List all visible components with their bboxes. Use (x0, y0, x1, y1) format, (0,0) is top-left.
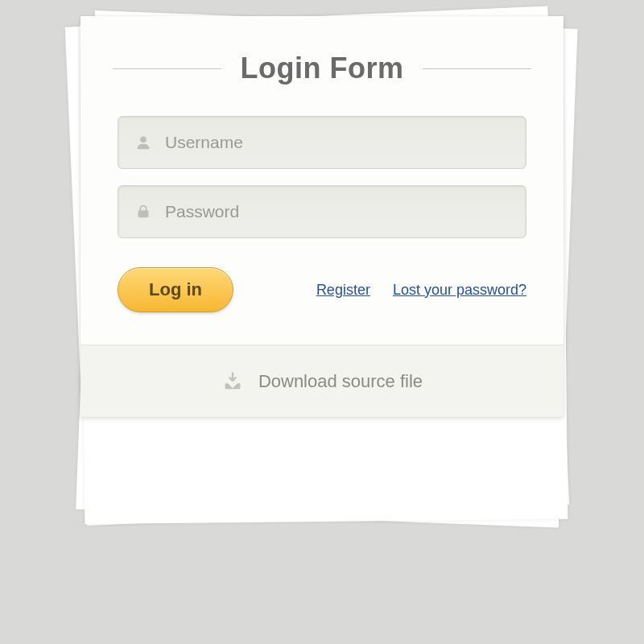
lost-password-link[interactable]: Lost your password? (393, 282, 526, 299)
panel-footer[interactable]: Download source file (80, 345, 564, 417)
username-field[interactable] (118, 116, 526, 169)
download-icon (221, 370, 244, 393)
password-input[interactable] (165, 202, 510, 221)
form-title: Login Form (241, 52, 404, 85)
svg-rect-1 (138, 210, 149, 217)
panel-body: Log in Register Lost your password? (80, 101, 564, 345)
actions-row: Log in Register Lost your password? (118, 267, 526, 312)
download-label: Download source file (258, 371, 423, 392)
divider-line (113, 68, 221, 69)
paper-stack: Login Form Log in Register Lost you (80, 16, 564, 523)
lock-icon (134, 203, 152, 221)
login-panel: Login Form Log in Register Lost you (80, 16, 564, 417)
user-icon (134, 134, 152, 151)
register-link[interactable]: Register (316, 282, 370, 299)
login-button[interactable]: Log in (118, 267, 233, 312)
username-input[interactable] (165, 133, 510, 152)
panel-header: Login Form (80, 16, 564, 101)
divider-line (423, 68, 531, 69)
password-field[interactable] (118, 185, 526, 238)
svg-point-0 (140, 136, 147, 142)
